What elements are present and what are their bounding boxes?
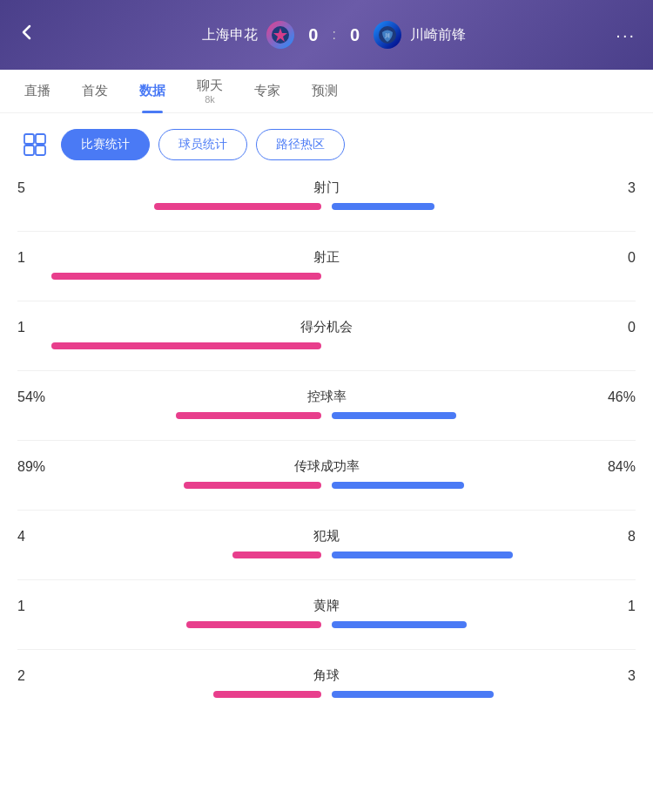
stat-row: 1 射正 0 [17,249,636,280]
stat-bars [17,691,636,698]
svg-text:川: 川 [385,33,390,38]
bar-divider [325,482,328,489]
bar-right-container [332,203,636,210]
svg-rect-5 [24,145,34,155]
stat-row: 2 角球 3 [17,667,636,698]
bar-blue [332,482,464,489]
score-away: 0 [350,25,360,45]
bar-pink [186,621,321,628]
header: 上海申花 0 : 0 川 川崎前锋 ··· [0,0,653,70]
bar-left-container [17,342,321,349]
bar-pink [51,342,321,349]
bar-left-container [17,691,321,698]
stat-left-value: 5 [17,180,70,196]
bar-right-container [332,342,636,349]
team-away-logo: 川 [374,21,401,49]
stat-left-value: 1 [17,320,70,335]
match-info: 上海申花 0 : 0 川 川崎前锋 [202,21,466,49]
bar-blue [332,691,494,698]
layout-icon [17,127,52,162]
team-home-logo [266,21,294,49]
stat-right-value: 0 [583,250,636,266]
stat-left-value: 1 [17,599,70,614]
chat-badge: 8k [205,94,215,105]
stat-bars [17,412,636,419]
bar-blue [332,551,513,558]
bar-left-container [17,273,321,280]
svg-rect-6 [36,145,45,155]
score-home: 0 [308,25,318,45]
bar-blue [332,412,456,419]
stat-label: 角球 [70,667,583,684]
svg-rect-3 [24,134,34,144]
stat-left-value: 54% [17,389,70,405]
stat-left-value: 4 [17,529,70,545]
bar-pink [154,203,321,210]
filter-row: 比赛统计 球员统计 路径热区 [17,127,636,162]
filter-heatmap[interactable]: 路径热区 [256,129,345,160]
tab-predict[interactable]: 预测 [296,70,353,113]
filter-player-stats[interactable]: 球员统计 [158,129,247,160]
bar-pink [51,273,321,280]
stat-row: 1 得分机会 0 [17,319,636,349]
stat-label: 传球成功率 [70,458,583,475]
bar-right-container [332,273,636,280]
bar-right-container [332,621,636,628]
stat-right-value: 0 [583,320,636,335]
stat-row: 54% 控球率 46% [17,389,636,419]
stat-right-value: 3 [583,180,636,196]
bar-right-container [332,412,636,419]
stat-left-value: 2 [17,668,70,684]
bar-divider [325,342,328,349]
stats-container: 5 射门 3 1 射正 0 [17,179,636,698]
stat-bars [17,621,636,628]
bar-right-container [332,551,636,558]
tab-stats[interactable]: 数据 [124,70,181,113]
stat-label: 黄牌 [70,598,583,614]
bar-blue [332,203,434,210]
team-home-name: 上海申花 [202,26,258,44]
stat-right-value: 1 [583,599,636,614]
tab-lineup[interactable]: 首发 [66,70,124,113]
nav-tabs: 直播 首发 数据 聊天8k 专家 预测 [0,70,653,113]
more-button[interactable]: ··· [616,25,636,45]
stat-bars [17,551,636,558]
stat-label: 射正 [70,249,583,266]
stat-right-value: 46% [583,389,636,405]
stat-row: 89% 传球成功率 84% [17,458,636,489]
stat-bars [17,342,636,349]
stat-label: 控球率 [70,389,583,405]
bar-left-container [17,482,321,489]
stat-right-value: 84% [583,459,636,475]
stat-left-value: 89% [17,459,70,475]
bar-divider [325,203,328,210]
bar-left-container [17,412,321,419]
stat-row: 5 射门 3 [17,179,636,210]
bar-right-container [332,482,636,489]
bar-right-container [332,691,636,698]
stat-row: 1 黄牌 1 [17,598,636,628]
bar-pink [232,551,321,558]
score-separator: : [332,27,335,43]
stat-label: 犯规 [70,528,583,545]
content-area: 比赛统计 球员统计 路径热区 5 射门 3 1 射正 0 [0,113,653,733]
tab-chat[interactable]: 聊天8k [181,70,239,113]
bar-left-container [17,621,321,628]
stat-left-value: 1 [17,250,70,266]
stat-label: 得分机会 [70,319,583,335]
team-away-name: 川崎前锋 [410,26,466,44]
stat-right-value: 3 [583,668,636,684]
bar-divider [325,691,328,698]
svg-rect-4 [36,134,45,144]
bar-pink [184,482,321,489]
stat-bars [17,203,636,210]
stat-bars [17,273,636,280]
tab-live[interactable]: 直播 [9,70,66,113]
bar-divider [325,551,328,558]
bar-blue [332,621,467,628]
bar-left-container [17,551,321,558]
filter-match-stats[interactable]: 比赛统计 [61,129,150,160]
tab-expert[interactable]: 专家 [239,70,296,113]
bar-left-container [17,203,321,210]
back-button[interactable] [17,23,52,47]
